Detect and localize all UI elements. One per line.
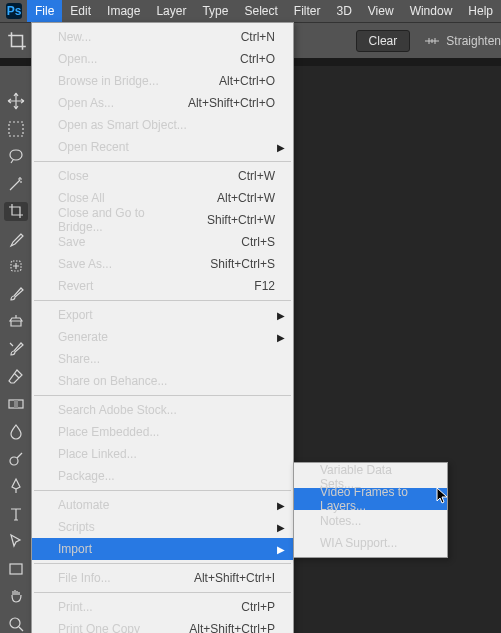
- menu-item-shortcut: Alt+Ctrl+O: [219, 74, 275, 88]
- move-tool-icon[interactable]: [4, 92, 28, 111]
- menu-item-close-and-go-to-bridge[interactable]: Close and Go to Bridge...Shift+Ctrl+W: [32, 209, 293, 231]
- menubar-item-file[interactable]: File: [27, 0, 62, 22]
- submenu-item-label: WIA Support...: [320, 536, 429, 550]
- menu-item-close[interactable]: CloseCtrl+W: [32, 165, 293, 187]
- menubar-item-layer[interactable]: Layer: [148, 0, 194, 22]
- menu-item-label: Open...: [58, 52, 200, 66]
- straighten-button[interactable]: Straighten: [424, 34, 501, 48]
- menubar-item-edit[interactable]: Edit: [62, 0, 99, 22]
- svg-text:Ps: Ps: [6, 4, 21, 18]
- menu-item-label: Close All: [58, 191, 177, 205]
- menu-separator: [34, 300, 291, 301]
- svg-point-7: [10, 618, 20, 628]
- menubar-item-filter[interactable]: Filter: [286, 0, 329, 22]
- menu-item-print[interactable]: Print...Ctrl+P: [32, 596, 293, 618]
- menubar-item-help[interactable]: Help: [460, 0, 501, 22]
- clone-stamp-tool-icon[interactable]: [4, 312, 28, 331]
- import-submenu: Variable Data Sets...Video Frames to Lay…: [293, 462, 448, 558]
- eyedropper-tool-icon[interactable]: [4, 230, 28, 249]
- menu-item-label: Save As...: [58, 257, 170, 271]
- magic-wand-tool-icon[interactable]: [4, 175, 28, 194]
- app-logo-icon: Ps: [4, 2, 23, 20]
- menu-item-save[interactable]: SaveCtrl+S: [32, 231, 293, 253]
- menu-item-open-as[interactable]: Open As...Alt+Shift+Ctrl+O: [32, 92, 293, 114]
- menu-item-label: Browse in Bridge...: [58, 74, 179, 88]
- menu-item-file-info[interactable]: File Info...Alt+Shift+Ctrl+I: [32, 567, 293, 589]
- menu-item-revert[interactable]: RevertF12: [32, 275, 293, 297]
- menu-item-label: Close and Go to Bridge...: [58, 206, 167, 234]
- menu-item-label: Share on Behance...: [58, 374, 275, 388]
- file-menu: New...Ctrl+NOpen...Ctrl+OBrowse in Bridg…: [31, 22, 294, 633]
- zoom-tool-icon[interactable]: [4, 615, 28, 634]
- menu-separator: [34, 592, 291, 593]
- marquee-tool-icon[interactable]: [4, 120, 28, 139]
- menu-item-shortcut: Ctrl+O: [240, 52, 275, 66]
- menu-item-shortcut: Alt+Shift+Ctrl+P: [189, 622, 275, 633]
- history-brush-tool-icon[interactable]: [4, 340, 28, 359]
- menu-item-export[interactable]: Export▶: [32, 304, 293, 326]
- menu-item-label: Close: [58, 169, 198, 183]
- menu-item-import[interactable]: Import▶: [32, 538, 293, 560]
- submenu-item-wia-support[interactable]: WIA Support...: [294, 532, 447, 554]
- menubar-item-image[interactable]: Image: [99, 0, 148, 22]
- menu-item-open-as-smart-object[interactable]: Open as Smart Object...: [32, 114, 293, 136]
- menubar-item-window[interactable]: Window: [402, 0, 461, 22]
- rectangle-tool-icon[interactable]: [4, 560, 28, 579]
- menu-item-open-recent[interactable]: Open Recent▶: [32, 136, 293, 158]
- type-tool-icon[interactable]: [4, 505, 28, 524]
- menu-item-open[interactable]: Open...Ctrl+O: [32, 48, 293, 70]
- menu-item-label: Generate: [58, 330, 275, 344]
- menubar-item-3d[interactable]: 3D: [328, 0, 359, 22]
- menu-item-share[interactable]: Share...: [32, 348, 293, 370]
- crop-tool-icon[interactable]: [6, 30, 28, 52]
- path-selection-tool-icon[interactable]: [4, 532, 28, 551]
- svg-point-5: [10, 457, 18, 465]
- svg-rect-2: [9, 122, 23, 136]
- brush-tool-icon[interactable]: [4, 285, 28, 304]
- menu-item-print-one-copy[interactable]: Print One CopyAlt+Shift+Ctrl+P: [32, 618, 293, 633]
- menu-item-shortcut: Shift+Ctrl+S: [210, 257, 275, 271]
- menu-separator: [34, 395, 291, 396]
- menu-item-label: Print One Copy: [58, 622, 149, 633]
- gradient-tool-icon[interactable]: [4, 395, 28, 414]
- blur-tool-icon[interactable]: [4, 422, 28, 441]
- menu-item-package[interactable]: Package...: [32, 465, 293, 487]
- submenu-item-label: Notes...: [320, 514, 429, 528]
- menu-item-shortcut: F12: [254, 279, 275, 293]
- menubar-item-view[interactable]: View: [360, 0, 402, 22]
- menu-item-shortcut: Alt+Ctrl+W: [217, 191, 275, 205]
- menu-item-new[interactable]: New...Ctrl+N: [32, 26, 293, 48]
- menubar-item-select[interactable]: Select: [236, 0, 285, 22]
- chevron-right-icon: ▶: [277, 544, 285, 555]
- chevron-right-icon: ▶: [277, 522, 285, 533]
- menu-item-place-embedded[interactable]: Place Embedded...: [32, 421, 293, 443]
- chevron-right-icon: ▶: [277, 500, 285, 511]
- menu-item-scripts[interactable]: Scripts▶: [32, 516, 293, 538]
- pen-tool-icon[interactable]: [4, 477, 28, 496]
- svg-rect-6: [10, 564, 22, 574]
- lasso-tool-icon[interactable]: [4, 147, 28, 166]
- menu-item-automate[interactable]: Automate▶: [32, 494, 293, 516]
- chevron-right-icon: ▶: [277, 332, 285, 343]
- menu-item-generate[interactable]: Generate▶: [32, 326, 293, 348]
- menu-item-label: Open As...: [58, 96, 148, 110]
- hand-tool-icon[interactable]: [4, 587, 28, 606]
- crop-tool-icon[interactable]: [4, 202, 28, 221]
- menu-item-label: Import: [58, 542, 275, 556]
- submenu-item-label: Video Frames to Layers...: [320, 485, 429, 513]
- menu-item-share-on-behance[interactable]: Share on Behance...: [32, 370, 293, 392]
- menu-item-shortcut: Ctrl+N: [241, 30, 275, 44]
- clear-button[interactable]: Clear: [356, 30, 411, 52]
- dodge-tool-icon[interactable]: [4, 450, 28, 469]
- menubar: Ps FileEditImageLayerTypeSelectFilter3DV…: [0, 0, 501, 22]
- submenu-item-video-frames-to-layers[interactable]: Video Frames to Layers...: [294, 488, 447, 510]
- menu-item-place-linked[interactable]: Place Linked...: [32, 443, 293, 465]
- menu-separator: [34, 161, 291, 162]
- menu-item-save-as[interactable]: Save As...Shift+Ctrl+S: [32, 253, 293, 275]
- eraser-tool-icon[interactable]: [4, 367, 28, 386]
- menu-item-search-adobe-stock[interactable]: Search Adobe Stock...: [32, 399, 293, 421]
- menu-item-browse-in-bridge[interactable]: Browse in Bridge...Alt+Ctrl+O: [32, 70, 293, 92]
- submenu-item-notes[interactable]: Notes...: [294, 510, 447, 532]
- menubar-item-type[interactable]: Type: [194, 0, 236, 22]
- healing-brush-tool-icon[interactable]: [4, 257, 28, 276]
